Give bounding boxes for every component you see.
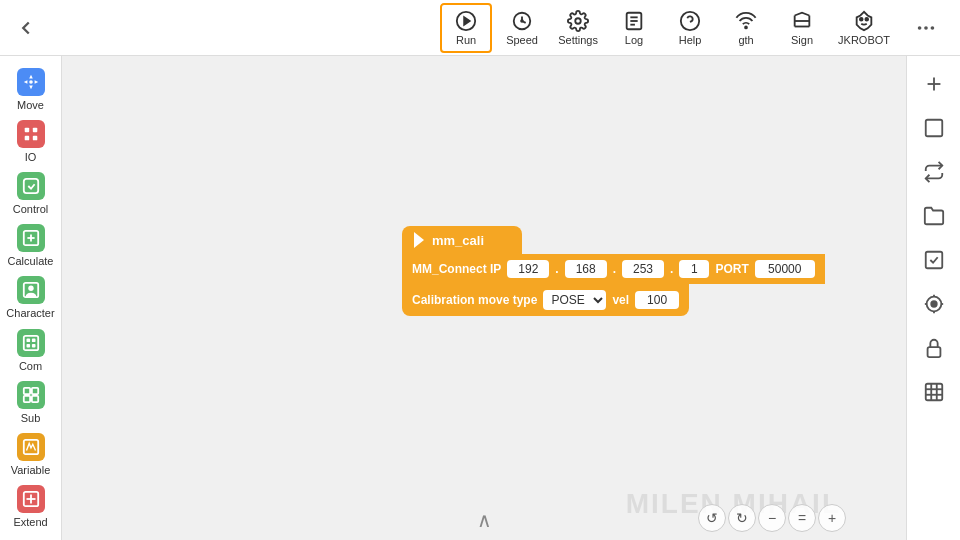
sidebar-item-calculate[interactable]: Calculate bbox=[5, 221, 57, 271]
settings-button[interactable]: Settings bbox=[552, 3, 604, 53]
svg-point-4 bbox=[575, 18, 581, 24]
block-group: mm_cali MM_Connect IP . . . PORT Calibra… bbox=[402, 226, 825, 316]
folder-button[interactable] bbox=[914, 196, 954, 236]
chart-button[interactable] bbox=[914, 372, 954, 412]
ip3-input[interactable] bbox=[622, 260, 664, 278]
block-header[interactable]: mm_cali bbox=[402, 226, 522, 254]
right-panel bbox=[906, 56, 960, 540]
io-icon bbox=[17, 120, 45, 148]
svg-rect-28 bbox=[23, 336, 37, 350]
sidebar-item-move[interactable]: Move bbox=[5, 64, 57, 114]
back-button[interactable] bbox=[8, 10, 44, 46]
svg-rect-19 bbox=[32, 128, 37, 133]
run-button[interactable]: Run bbox=[440, 3, 492, 53]
svg-rect-51 bbox=[927, 347, 940, 357]
calculate-icon bbox=[17, 224, 45, 252]
svg-point-12 bbox=[860, 17, 863, 20]
vel-input[interactable] bbox=[635, 291, 679, 309]
dot1: . bbox=[555, 262, 558, 276]
robot-button[interactable]: JKROBOT bbox=[832, 3, 896, 53]
zoom-controls: ↺ ↻ − = + bbox=[698, 504, 846, 532]
sidebar-item-variable[interactable]: Variable bbox=[5, 430, 57, 480]
dot3: . bbox=[670, 262, 673, 276]
svg-rect-29 bbox=[26, 338, 30, 342]
canvas-area[interactable]: mm_cali MM_Connect IP . . . PORT Calibra… bbox=[62, 56, 906, 540]
svg-point-17 bbox=[29, 80, 33, 84]
svg-rect-18 bbox=[24, 128, 29, 133]
svg-point-13 bbox=[865, 17, 868, 20]
sidebar-item-character[interactable]: Character bbox=[5, 273, 57, 323]
log-button[interactable]: Log bbox=[608, 3, 660, 53]
svg-marker-1 bbox=[464, 17, 470, 24]
sidebar-item-sub[interactable]: Sub bbox=[5, 377, 57, 427]
sidebar-item-io[interactable]: IO bbox=[5, 116, 57, 166]
sign-button[interactable]: Sign bbox=[776, 3, 828, 53]
svg-point-16 bbox=[931, 26, 935, 30]
zoom-fit-button[interactable]: = bbox=[788, 504, 816, 532]
pose-select[interactable]: POSE JOINT bbox=[543, 290, 606, 310]
zoom-out-button[interactable]: − bbox=[758, 504, 786, 532]
sidebar-item-extend[interactable]: Extend bbox=[5, 482, 57, 532]
calibration-label: Calibration move type bbox=[412, 293, 537, 307]
move-icon bbox=[17, 68, 45, 96]
sidebar-item-control[interactable]: Control bbox=[5, 168, 57, 218]
svg-point-15 bbox=[924, 26, 928, 30]
export-button[interactable] bbox=[914, 152, 954, 192]
lock-button[interactable] bbox=[914, 328, 954, 368]
svg-rect-52 bbox=[925, 384, 942, 401]
svg-point-14 bbox=[918, 26, 922, 30]
port-input[interactable] bbox=[755, 260, 815, 278]
sub-icon bbox=[17, 381, 45, 409]
svg-rect-30 bbox=[31, 338, 35, 342]
vel-label: vel bbox=[612, 293, 629, 307]
port-label: PORT bbox=[715, 262, 748, 276]
zoom-in-button[interactable]: + bbox=[818, 504, 846, 532]
block-arrow-icon bbox=[414, 232, 424, 248]
dot2: . bbox=[613, 262, 616, 276]
extend-icon bbox=[17, 485, 45, 513]
com-icon bbox=[17, 329, 45, 357]
add-button[interactable] bbox=[914, 64, 954, 104]
svg-rect-34 bbox=[31, 388, 37, 394]
main-area: Move IO Control bbox=[0, 56, 960, 540]
debug-button[interactable] bbox=[914, 284, 954, 324]
redo-button[interactable]: ↻ bbox=[728, 504, 756, 532]
help-button[interactable]: Help bbox=[664, 3, 716, 53]
connect-label: MM_Connect IP bbox=[412, 262, 501, 276]
more-button[interactable] bbox=[900, 3, 952, 53]
svg-rect-33 bbox=[23, 388, 29, 394]
svg-rect-32 bbox=[31, 344, 35, 348]
svg-rect-22 bbox=[23, 179, 37, 193]
speed-button[interactable]: Speed bbox=[496, 3, 548, 53]
toolbar: Run Speed Settings Log bbox=[0, 0, 960, 56]
svg-rect-36 bbox=[31, 396, 37, 402]
svg-rect-43 bbox=[925, 120, 942, 137]
layer-button[interactable] bbox=[914, 108, 954, 148]
check-button[interactable] bbox=[914, 240, 954, 280]
svg-rect-21 bbox=[32, 136, 37, 141]
left-sidebar: Move IO Control bbox=[0, 56, 62, 540]
ip1-input[interactable] bbox=[507, 260, 549, 278]
svg-rect-20 bbox=[24, 136, 29, 141]
undo-button[interactable]: ↺ bbox=[698, 504, 726, 532]
ip4-input[interactable] bbox=[679, 260, 709, 278]
ip2-input[interactable] bbox=[565, 260, 607, 278]
svg-point-46 bbox=[931, 301, 937, 307]
character-icon bbox=[17, 276, 45, 304]
block-calibration-row: Calibration move type POSE JOINT vel bbox=[402, 284, 689, 316]
variable-icon bbox=[17, 433, 45, 461]
svg-rect-35 bbox=[23, 396, 29, 402]
svg-rect-31 bbox=[26, 344, 30, 348]
block-header-text: mm_cali bbox=[432, 233, 484, 248]
expand-arrow[interactable]: ∧ bbox=[477, 508, 492, 532]
svg-point-3 bbox=[521, 20, 523, 22]
svg-rect-44 bbox=[925, 252, 942, 269]
sidebar-item-com[interactable]: Com bbox=[5, 325, 57, 375]
svg-point-27 bbox=[28, 286, 33, 291]
block-connect-row: MM_Connect IP . . . PORT bbox=[402, 254, 825, 284]
signal-button[interactable]: gth bbox=[720, 3, 772, 53]
control-icon bbox=[17, 172, 45, 200]
svg-point-11 bbox=[745, 26, 747, 28]
